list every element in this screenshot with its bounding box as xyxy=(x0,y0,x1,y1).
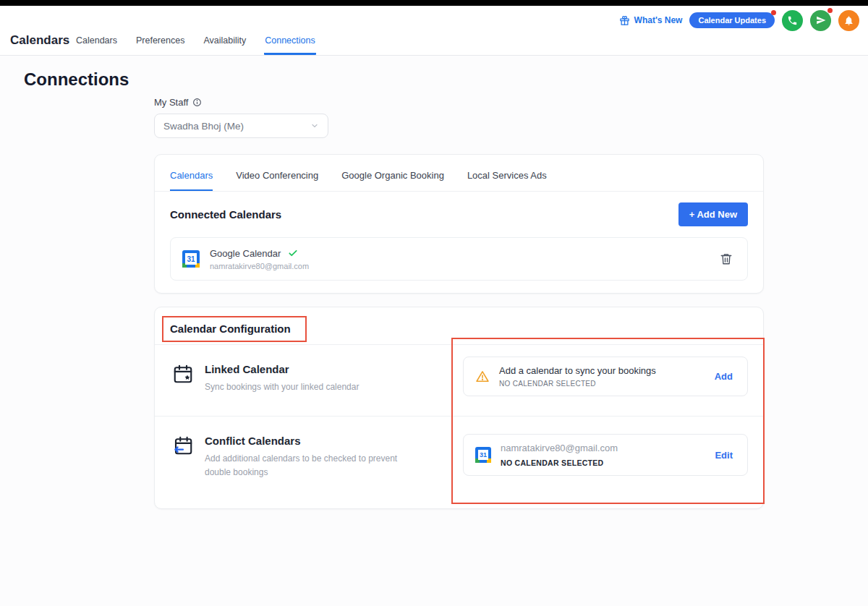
connected-calendar-row: 31 Google Calendar namratakirve80@gmail.… xyxy=(170,237,748,281)
staff-label: My Staff xyxy=(154,97,188,108)
connected-check-icon xyxy=(288,248,298,258)
linked-calendar-subtitle: Sync bookings with your linked calendar xyxy=(205,380,359,394)
tab-connections[interactable]: Connections xyxy=(264,28,316,55)
linked-alert-text: Add a calendar to sync your bookings xyxy=(499,365,656,376)
staff-select[interactable]: Swadha Bhoj (Me) xyxy=(154,114,328,138)
delete-calendar-button[interactable] xyxy=(717,249,736,268)
linked-calendar-info: Linked Calendar Sync bookings with your … xyxy=(155,345,451,416)
tab-availability[interactable]: Availability xyxy=(203,28,247,55)
app-header: What's New Calendar Updates xyxy=(0,6,868,56)
staff-label-row: My Staff xyxy=(154,97,764,108)
notifications-button[interactable] xyxy=(838,10,859,31)
tab-calendars[interactable]: Calendars xyxy=(75,28,118,55)
linked-calendar-setting: Add a calendar to sync your bookings NO … xyxy=(451,345,763,416)
calendar-email: namratakirve80@gmail.com xyxy=(210,262,309,270)
top-black-strip xyxy=(0,0,868,6)
connected-calendars-header: Connected Calendars + Add New xyxy=(155,192,763,235)
card-tab-calendars[interactable]: Calendars xyxy=(170,170,213,191)
phone-icon xyxy=(787,15,798,26)
notification-dot xyxy=(827,8,833,13)
phone-button[interactable] xyxy=(782,10,803,31)
google-calendar-icon: 31 xyxy=(182,250,200,268)
linked-status: NO CALENDAR SELECTED xyxy=(499,380,656,388)
bell-icon xyxy=(843,15,854,26)
trash-icon xyxy=(720,252,733,265)
whats-new-label: What's New xyxy=(634,15,683,25)
linked-add-button[interactable]: Add xyxy=(712,370,736,383)
card-tab-local-services-ads[interactable]: Local Services Ads xyxy=(467,170,547,191)
whats-new-icon xyxy=(619,15,630,26)
calendar-updates-badge[interactable]: Calendar Updates xyxy=(689,12,775,28)
conflict-edit-button[interactable]: Edit xyxy=(712,448,736,462)
linked-calendar-title: Linked Calendar xyxy=(205,363,359,375)
conflict-calendar-icon xyxy=(172,435,194,494)
whats-new-button[interactable]: What's New xyxy=(619,15,683,26)
google-calendar-icon: 31 xyxy=(475,447,491,463)
calendar-name: Google Calendar xyxy=(210,248,281,259)
calendar-configuration-card: Calendar Configuration Linked Calendar S… xyxy=(154,307,764,509)
conflict-calendars-info: Conflict Calendars Add additional calend… xyxy=(155,417,451,508)
page-title: Connections xyxy=(24,69,129,90)
main-content: My Staff Swadha Bhoj (Me) Calendars Vide… xyxy=(154,97,764,509)
chevron-down-icon xyxy=(310,121,319,130)
main-nav-tabs: Calendars Preferences Availability Conne… xyxy=(75,28,316,55)
connected-calendars-title: Connected Calendars xyxy=(170,208,281,221)
app-title: Calendars xyxy=(10,33,69,48)
card-tab-video-conferencing[interactable]: Video Conferencing xyxy=(236,170,318,191)
calendar-info: Google Calendar namratakirve80@gmail.com xyxy=(210,248,309,270)
add-new-button[interactable]: + Add New xyxy=(678,202,748,226)
connections-card: Calendars Video Conferencing Google Orga… xyxy=(154,154,764,294)
conflict-calendar-card: 31 namratakirve80@gmail.com NO CALENDAR … xyxy=(463,434,748,476)
app-root: { "topbar": { "whats_new": "What's New",… xyxy=(0,0,868,606)
linked-alert-texts: Add a calendar to sync your bookings NO … xyxy=(499,365,656,388)
conflict-status: NO CALENDAR SELECTED xyxy=(501,458,618,467)
linked-calendar-row: Linked Calendar Sync bookings with your … xyxy=(155,345,763,417)
connections-card-tabs: Calendars Video Conferencing Google Orga… xyxy=(155,155,763,192)
send-button[interactable] xyxy=(810,10,831,31)
conflict-calendars-subtitle: Add additional calendars to be checked t… xyxy=(205,452,425,479)
conflict-email: namratakirve80@gmail.com xyxy=(501,443,618,453)
conflict-calendars-title: Conflict Calendars xyxy=(205,435,425,447)
topbar-actions: What's New Calendar Updates xyxy=(619,9,859,32)
send-icon xyxy=(816,15,826,25)
calendar-updates-label: Calendar Updates xyxy=(698,16,766,25)
config-title-annotated: Calendar Configuration xyxy=(162,316,307,342)
warning-icon xyxy=(475,370,490,384)
linked-calendar-alert-card: Add a calendar to sync your bookings NO … xyxy=(463,357,748,396)
conflict-calendars-setting: 31 namratakirve80@gmail.com NO CALENDAR … xyxy=(451,417,763,508)
conflict-texts: namratakirve80@gmail.com NO CALENDAR SEL… xyxy=(501,443,618,467)
config-title-row: Calendar Configuration xyxy=(155,307,763,344)
conflict-calendars-row: Conflict Calendars Add additional calend… xyxy=(155,417,763,508)
linked-calendar-icon xyxy=(172,363,194,401)
staff-select-value: Swadha Bhoj (Me) xyxy=(163,121,244,132)
card-tab-google-organic-booking[interactable]: Google Organic Booking xyxy=(341,170,444,191)
info-icon[interactable] xyxy=(192,98,202,107)
tab-preferences[interactable]: Preferences xyxy=(135,28,185,55)
notification-dot xyxy=(771,10,776,15)
